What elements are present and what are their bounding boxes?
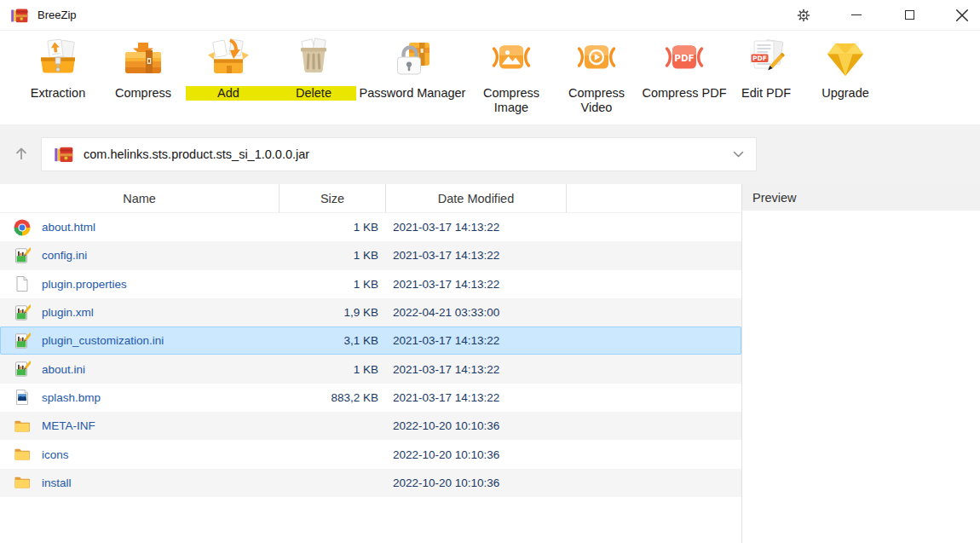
chevron-down-icon[interactable] [733, 151, 744, 159]
toolbar-label-upgrade: Upgrade [803, 86, 888, 101]
table-row-install[interactable]: install 2022-10-20 10:10:36 [0, 469, 741, 497]
upgrade-icon [823, 37, 868, 83]
preview-panel: Preview [742, 184, 980, 543]
table-row-splash-bmp[interactable]: splash.bmp 883,2 KB 2021-03-17 14:13:22 [0, 384, 741, 412]
file-name: plugin.xml [42, 306, 94, 319]
archive-path: com.helinks.sts.product.sts_si_1.0.0.0.j… [84, 147, 723, 161]
table-row-icons[interactable]: icons 2022-10-20 10:10:36 [0, 440, 741, 468]
toolbar: Extraction Compress Add Delete Password … [0, 31, 980, 124]
file-size: 883,2 KB [280, 391, 386, 404]
folder-icon [14, 418, 31, 435]
svg-text:PDF: PDF [674, 53, 695, 63]
ini-file-icon [14, 361, 31, 378]
file-name: install [42, 477, 72, 489]
file-name: config.ini [42, 249, 87, 262]
compress-video-icon [574, 37, 619, 83]
file-date-modified: 2022-10-20 10:10:36 [386, 419, 567, 432]
toolbar-button-edit-pdf[interactable]: PDF Edit PDF [729, 37, 803, 124]
maximize-icon[interactable] [902, 9, 916, 22]
toolbar-button-password-manager[interactable]: Password Manager [356, 37, 469, 124]
toolbar-label-compress-image: Compress Image [479, 86, 544, 115]
delete-icon [291, 37, 336, 83]
toolbar-label-compress-video: Compress Video [564, 86, 629, 115]
file-date-modified: 2021-03-17 14:13:22 [386, 221, 567, 234]
file-date-modified: 2022-04-21 03:33:00 [386, 306, 567, 319]
column-header-size[interactable]: Size [280, 184, 386, 212]
toolbar-button-delete[interactable]: Delete [271, 37, 356, 124]
table-row-plugin-customization-ini[interactable]: plugin_customization.ini 3,1 KB 2021-03-… [0, 326, 741, 355]
password-manager-icon [390, 37, 435, 83]
window-controls [797, 9, 980, 22]
toolbar-button-add[interactable]: Add [186, 37, 271, 124]
window-title: BreeZip [37, 9, 77, 21]
table-row-about-html[interactable]: about.html 1 KB 2021-03-17 14:13:22 [0, 213, 741, 241]
toolbar-label-extraction: Extraction [15, 86, 101, 101]
preview-title: Preview [742, 184, 980, 211]
file-size: 1 KB [280, 249, 386, 262]
file-size: 3,1 KB [280, 334, 386, 347]
blank-file-icon [14, 275, 31, 292]
up-button[interactable] [7, 140, 36, 169]
preview-body [742, 211, 980, 543]
content-area: Name Size Date Modified about.html 1 KB … [0, 184, 980, 543]
table-row-config-ini[interactable]: config.ini 1 KB 2021-03-17 14:13:22 [0, 241, 741, 269]
file-name: plugin_customization.ini [42, 334, 164, 347]
breezip-archive-icon [10, 7, 29, 24]
close-icon[interactable] [955, 9, 969, 22]
edit-pdf-icon: PDF [744, 37, 788, 83]
toolbar-button-compress-video[interactable]: Compress Video [554, 37, 639, 124]
compress-pdf-icon: PDF [662, 37, 706, 83]
gear-icon[interactable] [797, 9, 810, 22]
file-date-modified: 2021-03-17 14:13:22 [386, 391, 567, 404]
compress-icon [121, 37, 165, 83]
file-name: plugin.properties [42, 278, 127, 291]
toolbar-label-compress-pdf: Compress PDF [639, 86, 729, 101]
toolbar-button-extraction[interactable]: Extraction [15, 37, 101, 124]
list-header: Name Size Date Modified [0, 184, 741, 213]
extraction-icon [36, 37, 80, 83]
table-row-plugin-properties[interactable]: plugin.properties 1 KB 2021-03-17 14:13:… [0, 270, 741, 298]
toolbar-button-compress[interactable]: Compress [101, 37, 186, 124]
toolbar-label-password-manager: Password Manager [356, 86, 469, 101]
compress-image-icon [489, 37, 533, 83]
folder-icon [14, 446, 31, 463]
address-input[interactable]: com.helinks.sts.product.sts_si_1.0.0.0.j… [41, 137, 757, 171]
table-row-meta-inf[interactable]: META-INF 2022-10-20 10:10:36 [0, 412, 741, 440]
table-row-plugin-xml[interactable]: plugin.xml 1,9 KB 2022-04-21 03:33:00 [0, 298, 741, 326]
file-list: Name Size Date Modified about.html 1 KB … [0, 184, 741, 543]
toolbar-button-upgrade[interactable]: Upgrade [803, 37, 888, 124]
file-name: splash.bmp [42, 391, 101, 404]
jar-archive-icon [54, 145, 74, 164]
column-header-empty [567, 184, 741, 212]
svg-text:PDF: PDF [752, 55, 767, 62]
folder-icon [14, 474, 31, 491]
file-date-modified: 2022-10-20 10:10:36 [386, 448, 567, 461]
file-size: 1,9 KB [280, 306, 386, 319]
toolbar-label-add: Add [186, 86, 271, 101]
ini-file-icon [14, 332, 31, 349]
file-name: about.ini [42, 363, 85, 376]
address-row: com.helinks.sts.product.sts_si_1.0.0.0.j… [0, 124, 980, 184]
file-name: icons [42, 448, 69, 461]
ini-file-icon [14, 304, 31, 321]
toolbar-label-compress: Compress [101, 86, 186, 101]
up-arrow-icon [14, 146, 29, 164]
file-size: 1 KB [280, 221, 386, 234]
file-size: 1 KB [280, 363, 386, 376]
file-date-modified: 2022-10-20 10:10:36 [386, 477, 567, 489]
file-name: about.html [42, 221, 95, 234]
toolbar-button-compress-pdf[interactable]: PDF Compress PDF [639, 37, 729, 124]
toolbar-button-compress-image[interactable]: Compress Image [469, 37, 554, 124]
chrome-icon [14, 219, 31, 236]
ini-file-icon [14, 247, 31, 264]
column-header-date-modified[interactable]: Date Modified [386, 184, 567, 212]
file-date-modified: 2021-03-17 14:13:22 [386, 363, 567, 376]
column-header-name[interactable]: Name [0, 184, 280, 212]
breezip-window: BreeZip Extraction Compress Add Delete [0, 0, 980, 543]
bmp-image-icon [14, 389, 31, 406]
titlebar: BreeZip [0, 0, 980, 31]
add-icon [206, 37, 251, 83]
file-date-modified: 2021-03-17 14:13:22 [386, 249, 567, 262]
minimize-icon[interactable] [850, 9, 863, 22]
table-row-about-ini[interactable]: about.ini 1 KB 2021-03-17 14:13:22 [0, 355, 741, 383]
